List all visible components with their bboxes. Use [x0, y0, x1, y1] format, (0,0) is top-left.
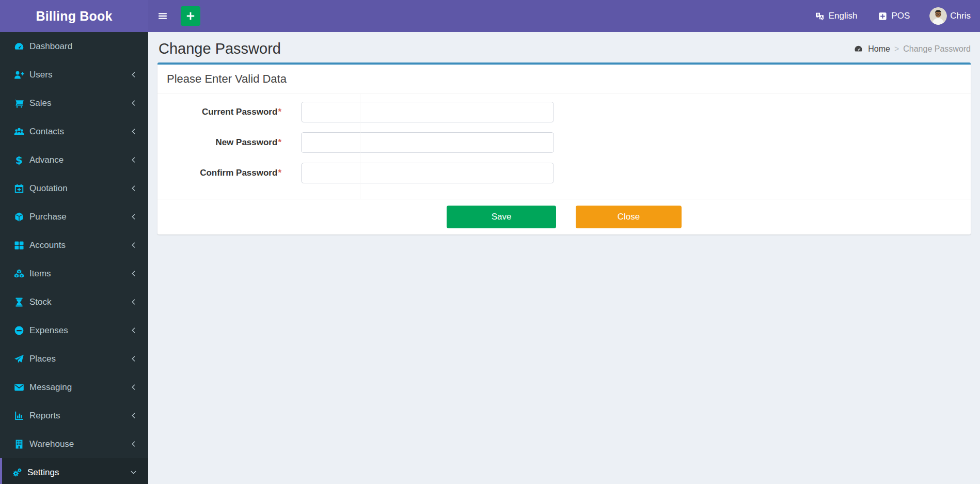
- sidebar-item-label: Messaging: [29, 382, 72, 393]
- paper-plane-icon: [13, 354, 25, 364]
- chevron-left-icon: [130, 155, 137, 165]
- hourglass-icon: [13, 297, 25, 307]
- chevron-left-icon: [130, 212, 137, 222]
- chevron-left-icon: [130, 70, 137, 80]
- user-menu[interactable]: Chris: [929, 0, 971, 32]
- sidebar-item-label: Expenses: [29, 325, 68, 336]
- sidebar-item-quotation[interactable]: Quotation: [0, 174, 148, 202]
- plus-square-icon: [877, 11, 888, 21]
- field-label-text: New Password: [215, 137, 277, 147]
- sidebar-item-users[interactable]: Users: [0, 60, 148, 89]
- chevron-left-icon: [130, 325, 137, 336]
- close-button[interactable]: Close: [576, 206, 682, 228]
- chevron-left-icon: [130, 240, 137, 251]
- plus-icon: [185, 11, 196, 21]
- sidebar-item-label: Sales: [29, 98, 52, 108]
- required-asterisk: *: [278, 107, 281, 117]
- sidebar-item-warehouse[interactable]: Warehouse: [0, 430, 148, 458]
- language-menu[interactable]: English: [814, 0, 858, 32]
- change-password-form: Current Password*New Password*Confirm Pa…: [157, 94, 971, 199]
- sidebar-item-stock[interactable]: Stock: [0, 288, 148, 316]
- field-label-text: Confirm Password: [200, 168, 277, 178]
- required-asterisk: *: [278, 137, 281, 147]
- change-password-card: Please Enter Valid Data Current Password…: [157, 63, 971, 235]
- language-label: English: [829, 11, 858, 21]
- cubes-icon: [13, 269, 25, 279]
- confirm-password-input[interactable]: [301, 163, 554, 183]
- user-name: Chris: [950, 11, 971, 21]
- sidebar-item-reports[interactable]: Reports: [0, 401, 148, 430]
- dollar-icon: $: [13, 155, 25, 165]
- field-label: New Password*: [157, 137, 281, 148]
- sidebar-item-places[interactable]: Places: [0, 345, 148, 373]
- pos-label: POS: [891, 11, 910, 21]
- form-row: Current Password*: [157, 102, 971, 122]
- chevron-left-icon: [130, 354, 137, 364]
- cogs-icon: [11, 467, 23, 478]
- sidebar-item-label: Places: [29, 354, 56, 364]
- sidebar-item-items[interactable]: Items: [0, 259, 148, 288]
- sidebar-item-label: Purchase: [29, 212, 67, 222]
- current-password-input[interactable]: [301, 102, 554, 122]
- cube-icon: [13, 212, 25, 222]
- form-row: New Password*: [157, 132, 971, 153]
- sidebar-item-contacts[interactable]: Contacts: [0, 117, 148, 146]
- building-icon: [13, 439, 25, 449]
- main-content: Change Password Home > Change Password P…: [148, 32, 980, 484]
- language-icon: [814, 11, 826, 21]
- quick-add-button[interactable]: [181, 6, 200, 26]
- chevron-left-icon: [130, 382, 137, 393]
- chevron-left-icon: [130, 183, 137, 194]
- sidebar-item-messaging[interactable]: Messaging: [0, 373, 148, 401]
- chevron-left-icon: [130, 269, 137, 279]
- sidebar-item-label: Stock: [29, 297, 52, 307]
- chevron-left-icon: [130, 297, 137, 307]
- sidebar: DashboardUsersSalesContacts$AdvanceQuota…: [0, 32, 148, 484]
- sidebar-item-label: Warehouse: [29, 439, 74, 449]
- user-avatar: [929, 7, 947, 25]
- sidebar-menu: DashboardUsersSalesContacts$AdvanceQuota…: [0, 32, 148, 484]
- sidebar-item-sales[interactable]: Sales: [0, 89, 148, 117]
- home-dashboard-icon: [852, 44, 864, 54]
- sidebar-item-label: Accounts: [29, 240, 66, 251]
- bar-chart-icon: [13, 411, 25, 421]
- sidebar-item-expenses[interactable]: Expenses: [0, 316, 148, 345]
- sidebar-item-label: Reports: [29, 411, 60, 421]
- save-button[interactable]: Save: [447, 206, 556, 228]
- field-label: Current Password*: [157, 107, 281, 117]
- content-header: Change Password Home > Change Password: [148, 32, 980, 63]
- minus-circle-icon: [13, 325, 25, 336]
- envelope-icon: [13, 382, 25, 393]
- sidebar-item-label: Dashboard: [29, 41, 72, 52]
- new-password-input[interactable]: [301, 132, 554, 153]
- tachometer-icon: [13, 41, 25, 52]
- user-plus-icon: [13, 70, 25, 80]
- required-asterisk: *: [278, 168, 281, 178]
- sidebar-item-label: Quotation: [29, 183, 68, 194]
- chevron-left-icon: [130, 439, 137, 449]
- sidebar-item-label: Contacts: [29, 127, 64, 137]
- pos-button[interactable]: POS: [877, 0, 910, 32]
- chevron-left-icon: [130, 127, 137, 137]
- sidebar-item-advance[interactable]: $Advance: [0, 146, 148, 174]
- column-divider: [360, 94, 360, 199]
- breadcrumb: Home > Change Password: [852, 44, 971, 54]
- sidebar-toggle-button[interactable]: [148, 0, 178, 32]
- page-title: Change Password: [159, 40, 281, 57]
- bars-icon: [157, 11, 168, 21]
- sidebar-item-settings[interactable]: Settings: [0, 458, 148, 484]
- sidebar-item-accounts[interactable]: Accounts: [0, 231, 148, 259]
- users-icon: [13, 127, 25, 137]
- sidebar-item-dashboard[interactable]: Dashboard: [0, 32, 148, 60]
- field-label: Confirm Password*: [157, 168, 281, 178]
- sidebar-item-purchase[interactable]: Purchase: [0, 202, 148, 231]
- top-navbar: Billing Book English POS Chris: [0, 0, 980, 32]
- chevron-down-icon: [130, 467, 137, 478]
- grid-icon: [13, 240, 25, 251]
- chevron-left-icon: [130, 98, 137, 108]
- card-header: Please Enter Valid Data: [157, 65, 971, 94]
- form-row: Confirm Password*: [157, 163, 971, 183]
- sidebar-item-label: Settings: [27, 467, 59, 478]
- app-logo[interactable]: Billing Book: [0, 0, 148, 32]
- breadcrumb-home-link[interactable]: Home: [868, 44, 890, 54]
